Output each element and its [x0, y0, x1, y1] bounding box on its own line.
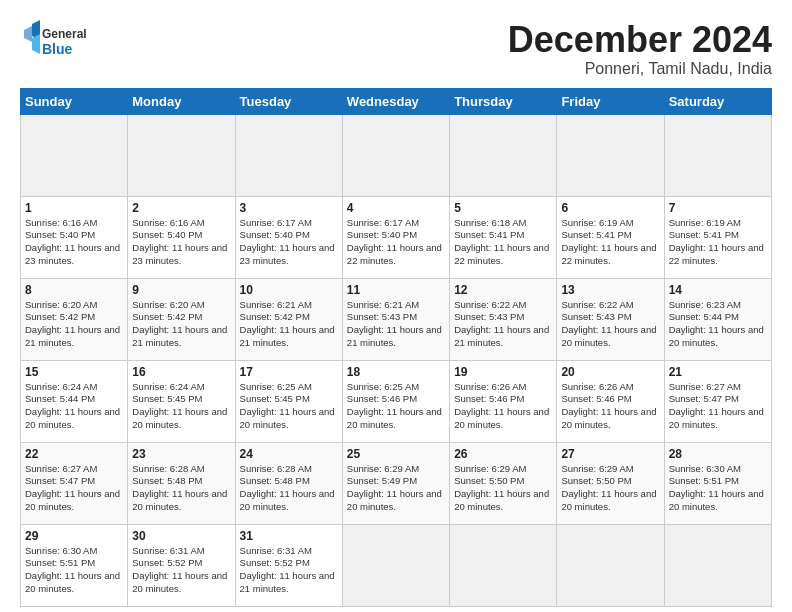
table-row: 13 Sunrise: 6:22 AM Sunset: 5:43 PM Dayl… [557, 278, 664, 360]
table-row: 1 Sunrise: 6:16 AM Sunset: 5:40 PM Dayli… [21, 196, 128, 278]
day-number: 10 [240, 283, 338, 297]
cell-info: Sunrise: 6:17 AM Sunset: 5:40 PM Dayligh… [240, 217, 338, 268]
day-number: 23 [132, 447, 230, 461]
day-number: 29 [25, 529, 123, 543]
cell-info: Sunrise: 6:22 AM Sunset: 5:43 PM Dayligh… [561, 299, 659, 350]
cell-info: Sunrise: 6:21 AM Sunset: 5:42 PM Dayligh… [240, 299, 338, 350]
cell-info: Sunrise: 6:29 AM Sunset: 5:49 PM Dayligh… [347, 463, 445, 514]
col-monday: Monday [128, 88, 235, 114]
day-number: 25 [347, 447, 445, 461]
logo: General Blue [20, 20, 100, 60]
table-row [21, 114, 128, 196]
day-number: 15 [25, 365, 123, 379]
table-row: 21 Sunrise: 6:27 AM Sunset: 5:47 PM Dayl… [664, 360, 771, 442]
table-row [235, 114, 342, 196]
cell-info: Sunrise: 6:24 AM Sunset: 5:45 PM Dayligh… [132, 381, 230, 432]
cell-info: Sunrise: 6:20 AM Sunset: 5:42 PM Dayligh… [25, 299, 123, 350]
logo-svg: General Blue [20, 20, 100, 60]
svg-text:General: General [42, 27, 87, 41]
cell-info: Sunrise: 6:26 AM Sunset: 5:46 PM Dayligh… [561, 381, 659, 432]
cell-info: Sunrise: 6:31 AM Sunset: 5:52 PM Dayligh… [132, 545, 230, 596]
table-row [450, 524, 557, 606]
day-number: 20 [561, 365, 659, 379]
title-block: December 2024 Ponneri, Tamil Nadu, India [508, 20, 772, 78]
svg-text:Blue: Blue [42, 41, 73, 57]
day-number: 28 [669, 447, 767, 461]
table-row: 19 Sunrise: 6:26 AM Sunset: 5:46 PM Dayl… [450, 360, 557, 442]
table-row [342, 524, 449, 606]
day-number: 24 [240, 447, 338, 461]
cell-info: Sunrise: 6:29 AM Sunset: 5:50 PM Dayligh… [561, 463, 659, 514]
table-row [664, 524, 771, 606]
day-number: 9 [132, 283, 230, 297]
day-number: 30 [132, 529, 230, 543]
cell-info: Sunrise: 6:28 AM Sunset: 5:48 PM Dayligh… [240, 463, 338, 514]
cell-info: Sunrise: 6:29 AM Sunset: 5:50 PM Dayligh… [454, 463, 552, 514]
calendar-week-row [21, 114, 772, 196]
col-saturday: Saturday [664, 88, 771, 114]
day-number: 31 [240, 529, 338, 543]
table-row: 16 Sunrise: 6:24 AM Sunset: 5:45 PM Dayl… [128, 360, 235, 442]
table-row: 26 Sunrise: 6:29 AM Sunset: 5:50 PM Dayl… [450, 442, 557, 524]
day-number: 16 [132, 365, 230, 379]
day-number: 26 [454, 447, 552, 461]
col-wednesday: Wednesday [342, 88, 449, 114]
calendar-week-row: 22 Sunrise: 6:27 AM Sunset: 5:47 PM Dayl… [21, 442, 772, 524]
table-row: 7 Sunrise: 6:19 AM Sunset: 5:41 PM Dayli… [664, 196, 771, 278]
day-number: 5 [454, 201, 552, 215]
day-number: 17 [240, 365, 338, 379]
calendar-week-row: 1 Sunrise: 6:16 AM Sunset: 5:40 PM Dayli… [21, 196, 772, 278]
table-row: 20 Sunrise: 6:26 AM Sunset: 5:46 PM Dayl… [557, 360, 664, 442]
table-row: 10 Sunrise: 6:21 AM Sunset: 5:42 PM Dayl… [235, 278, 342, 360]
table-row [450, 114, 557, 196]
col-tuesday: Tuesday [235, 88, 342, 114]
calendar-week-row: 8 Sunrise: 6:20 AM Sunset: 5:42 PM Dayli… [21, 278, 772, 360]
table-row: 24 Sunrise: 6:28 AM Sunset: 5:48 PM Dayl… [235, 442, 342, 524]
table-row: 31 Sunrise: 6:31 AM Sunset: 5:52 PM Dayl… [235, 524, 342, 606]
day-number: 18 [347, 365, 445, 379]
cell-info: Sunrise: 6:31 AM Sunset: 5:52 PM Dayligh… [240, 545, 338, 596]
day-number: 14 [669, 283, 767, 297]
day-number: 12 [454, 283, 552, 297]
col-thursday: Thursday [450, 88, 557, 114]
day-number: 13 [561, 283, 659, 297]
day-number: 6 [561, 201, 659, 215]
cell-info: Sunrise: 6:23 AM Sunset: 5:44 PM Dayligh… [669, 299, 767, 350]
col-friday: Friday [557, 88, 664, 114]
cell-info: Sunrise: 6:30 AM Sunset: 5:51 PM Dayligh… [25, 545, 123, 596]
table-row: 2 Sunrise: 6:16 AM Sunset: 5:40 PM Dayli… [128, 196, 235, 278]
calendar-week-row: 29 Sunrise: 6:30 AM Sunset: 5:51 PM Dayl… [21, 524, 772, 606]
table-row: 15 Sunrise: 6:24 AM Sunset: 5:44 PM Dayl… [21, 360, 128, 442]
cell-info: Sunrise: 6:22 AM Sunset: 5:43 PM Dayligh… [454, 299, 552, 350]
cell-info: Sunrise: 6:19 AM Sunset: 5:41 PM Dayligh… [561, 217, 659, 268]
table-row [664, 114, 771, 196]
table-row: 6 Sunrise: 6:19 AM Sunset: 5:41 PM Dayli… [557, 196, 664, 278]
cell-info: Sunrise: 6:25 AM Sunset: 5:45 PM Dayligh… [240, 381, 338, 432]
cell-info: Sunrise: 6:27 AM Sunset: 5:47 PM Dayligh… [25, 463, 123, 514]
table-row: 29 Sunrise: 6:30 AM Sunset: 5:51 PM Dayl… [21, 524, 128, 606]
day-number: 11 [347, 283, 445, 297]
cell-info: Sunrise: 6:20 AM Sunset: 5:42 PM Dayligh… [132, 299, 230, 350]
day-number: 2 [132, 201, 230, 215]
table-row: 11 Sunrise: 6:21 AM Sunset: 5:43 PM Dayl… [342, 278, 449, 360]
day-number: 8 [25, 283, 123, 297]
table-row: 28 Sunrise: 6:30 AM Sunset: 5:51 PM Dayl… [664, 442, 771, 524]
page: General Blue December 2024 Ponneri, Tami… [0, 0, 792, 612]
table-row: 25 Sunrise: 6:29 AM Sunset: 5:49 PM Dayl… [342, 442, 449, 524]
svg-marker-4 [24, 26, 32, 42]
cell-info: Sunrise: 6:26 AM Sunset: 5:46 PM Dayligh… [454, 381, 552, 432]
month-title: December 2024 [508, 20, 772, 60]
table-row [128, 114, 235, 196]
table-row: 18 Sunrise: 6:25 AM Sunset: 5:46 PM Dayl… [342, 360, 449, 442]
cell-info: Sunrise: 6:24 AM Sunset: 5:44 PM Dayligh… [25, 381, 123, 432]
cell-info: Sunrise: 6:19 AM Sunset: 5:41 PM Dayligh… [669, 217, 767, 268]
cell-info: Sunrise: 6:27 AM Sunset: 5:47 PM Dayligh… [669, 381, 767, 432]
table-row: 9 Sunrise: 6:20 AM Sunset: 5:42 PM Dayli… [128, 278, 235, 360]
table-row [342, 114, 449, 196]
location: Ponneri, Tamil Nadu, India [508, 60, 772, 78]
day-number: 27 [561, 447, 659, 461]
day-number: 7 [669, 201, 767, 215]
cell-info: Sunrise: 6:16 AM Sunset: 5:40 PM Dayligh… [132, 217, 230, 268]
calendar-week-row: 15 Sunrise: 6:24 AM Sunset: 5:44 PM Dayl… [21, 360, 772, 442]
calendar-header-row: Sunday Monday Tuesday Wednesday Thursday… [21, 88, 772, 114]
